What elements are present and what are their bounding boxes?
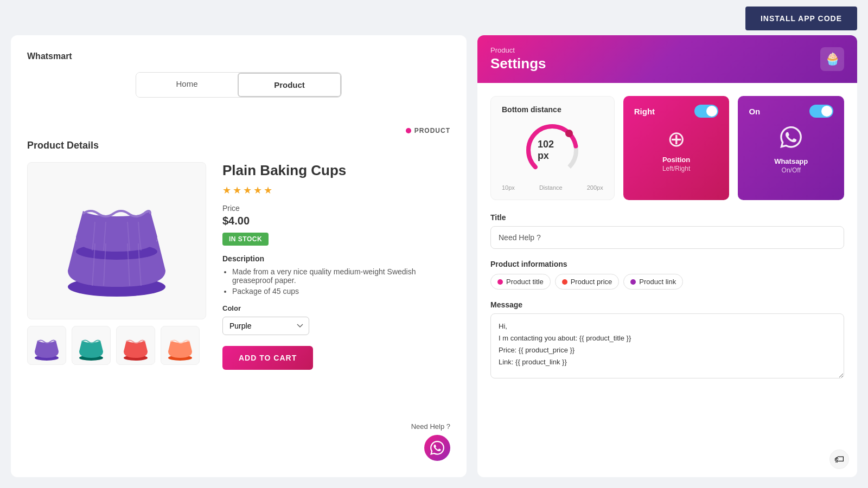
settings-header-left: Product Settings xyxy=(490,46,546,72)
install-app-code-button[interactable]: INSTALL APP CODE xyxy=(745,7,857,30)
whatsapp-float-icon xyxy=(430,441,444,455)
price-label: Price xyxy=(222,204,450,213)
whatsapp-card-top: On xyxy=(749,105,833,118)
product-badge: PRODUCT xyxy=(27,127,450,134)
star-3: ★ xyxy=(243,184,252,196)
position-desc: Left/Right xyxy=(662,165,690,172)
product-svg xyxy=(57,178,176,303)
product-title: Plain Baking Cups xyxy=(222,162,450,179)
badge-text: PRODUCT xyxy=(414,127,450,134)
dial-center-label: Distance xyxy=(539,184,563,191)
shop-name: Whatsmart xyxy=(27,52,450,61)
dial-container: 102 px xyxy=(522,120,582,180)
tag-product-title-label: Product title xyxy=(506,278,544,286)
thumb-3[interactable] xyxy=(116,326,155,365)
topbar: INSTALL APP CODE xyxy=(735,0,868,37)
whatsapp-sub-label: Whatsapp xyxy=(774,157,808,165)
tag-label: 🏷 xyxy=(834,454,844,465)
settings-sub-label: Product xyxy=(490,46,546,54)
main-product-image xyxy=(27,162,206,319)
message-label: Message xyxy=(490,300,844,309)
whatsapp-desc: On/Off xyxy=(782,166,801,174)
settings-title: Settings xyxy=(490,55,546,72)
whatsapp-svg-icon xyxy=(780,126,802,148)
tag-product-link-label: Product link xyxy=(639,278,676,286)
cake-emoji: 🧁 xyxy=(825,52,840,66)
move-icon: ⊕ xyxy=(667,126,686,151)
dial-max: 200px xyxy=(587,184,603,191)
controls-row: Bottom distance 102 px xyxy=(490,96,844,200)
tag-dot-red xyxy=(562,279,567,285)
whatsapp-float-button[interactable] xyxy=(424,435,450,461)
product-informations-label: Product informations xyxy=(490,260,844,268)
title-input[interactable] xyxy=(490,226,844,249)
title-field-label: Title xyxy=(490,213,844,222)
star-5: ★ xyxy=(264,184,272,196)
product-info: Plain Baking Cups ★ ★ ★ ★ ★ Price $4.00 … xyxy=(222,162,450,381)
nav-product[interactable]: Product xyxy=(238,73,341,97)
color-label: Color xyxy=(222,304,450,312)
bottom-tag-icon[interactable]: 🏷 xyxy=(829,450,849,469)
tag-dot-purple xyxy=(630,279,636,285)
whatsapp-toggle-knob xyxy=(821,106,832,117)
right-panel: Product Settings 🧁 Bottom distance xyxy=(477,35,857,477)
thumbnails xyxy=(27,326,206,365)
color-select[interactable]: Purple Teal Pink Salmon xyxy=(222,317,309,335)
message-section: Message Hi, I m contacting you about: {{… xyxy=(490,300,844,381)
position-toggle[interactable] xyxy=(694,105,718,118)
whatsapp-toggle[interactable] xyxy=(809,105,833,118)
tag-product-price-label: Product price xyxy=(571,278,612,286)
dial-value: 102 px xyxy=(538,139,567,162)
product-informations-section: Product informations Product title Produ… xyxy=(490,260,844,290)
settings-body: Bottom distance 102 px xyxy=(477,83,857,471)
settings-header: Product Settings 🧁 xyxy=(477,35,857,83)
svg-point-8 xyxy=(565,130,573,137)
position-label: Right xyxy=(634,107,655,116)
nav-home[interactable]: Home xyxy=(136,73,238,97)
price-value: $4.00 xyxy=(222,215,450,227)
product-image-section xyxy=(27,162,206,381)
tag-dot-pink xyxy=(497,279,503,285)
tags-row: Product title Product price Product link xyxy=(490,274,844,290)
thumb-4[interactable] xyxy=(161,326,200,365)
description-title: Description xyxy=(222,254,450,263)
whatsapp-card-icon xyxy=(780,126,802,153)
desc-item-1: Made from a very nice quality medium-wei… xyxy=(232,267,450,285)
toggle-knob xyxy=(706,106,717,117)
cake-icon: 🧁 xyxy=(820,47,844,71)
nav-bar: Home Product xyxy=(136,72,342,98)
position-card-top: Right xyxy=(634,105,719,118)
product-layout: Plain Baking Cups ★ ★ ★ ★ ★ Price $4.00 … xyxy=(27,162,450,381)
in-stock-badge: IN STOCK xyxy=(222,233,269,246)
message-textarea[interactable]: Hi, I m contacting you about: {{ product… xyxy=(490,313,844,378)
star-4: ★ xyxy=(253,184,262,196)
add-to-cart-button[interactable]: ADD TO CART xyxy=(222,346,313,370)
thumb-1[interactable] xyxy=(27,326,66,365)
position-card: Right ⊕ Position Left/Right xyxy=(623,96,730,200)
dial-labels: 10px Distance 200px xyxy=(502,184,603,191)
need-help-text: Need Help ? xyxy=(411,422,450,431)
desc-item-2: Package of 45 cups xyxy=(232,287,450,296)
thumb-2[interactable] xyxy=(72,326,111,365)
title-field-section: Title xyxy=(490,213,844,249)
dial-min: 10px xyxy=(502,184,515,191)
bottom-distance-card: Bottom distance 102 px xyxy=(490,96,615,200)
star-rating: ★ ★ ★ ★ ★ xyxy=(222,184,450,196)
product-details-label: Product Details xyxy=(27,140,450,151)
badge-dot xyxy=(406,128,411,133)
whatsapp-settings-card: On Whatsapp On/Off xyxy=(738,96,844,200)
tag-product-price[interactable]: Product price xyxy=(555,274,620,290)
bottom-distance-label: Bottom distance xyxy=(502,105,561,114)
description-list: Made from a very nice quality medium-wei… xyxy=(222,267,450,296)
position-sub-label: Position xyxy=(662,156,690,164)
left-panel: Whatsmart Home Product PRODUCT Product D… xyxy=(11,35,467,477)
tag-product-link[interactable]: Product link xyxy=(623,274,683,290)
whatsapp-onoff-label: On xyxy=(749,107,760,116)
tag-product-title[interactable]: Product title xyxy=(490,274,551,290)
star-2: ★ xyxy=(233,184,241,196)
star-1: ★ xyxy=(222,184,231,196)
need-help-section: Need Help ? xyxy=(411,422,450,461)
